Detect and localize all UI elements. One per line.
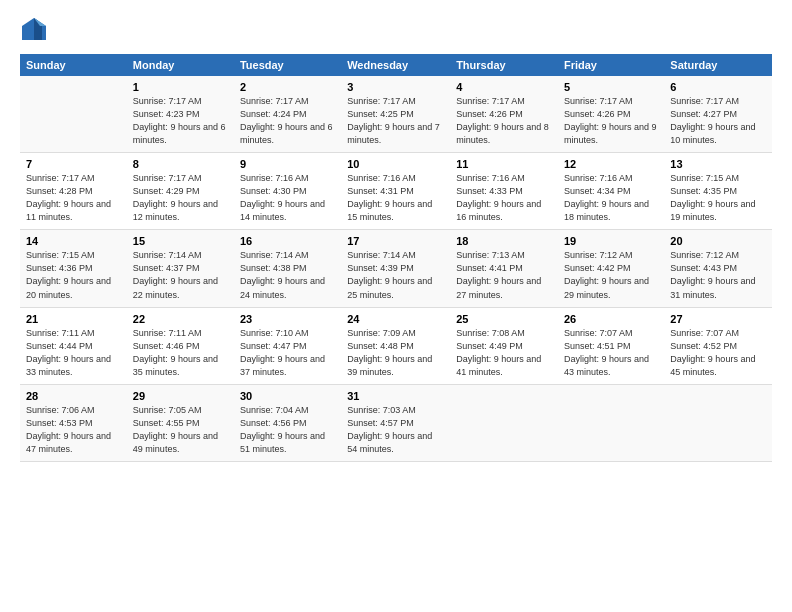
day-detail: Sunrise: 7:17 AMSunset: 4:26 PMDaylight:… [456,95,552,147]
day-cell: 23Sunrise: 7:10 AMSunset: 4:47 PMDayligh… [234,307,341,384]
weekday-wednesday: Wednesday [341,54,450,76]
day-number: 30 [240,390,335,402]
day-detail: Sunrise: 7:17 AMSunset: 4:26 PMDaylight:… [564,95,658,147]
day-number: 28 [26,390,121,402]
day-number: 2 [240,81,335,93]
day-number: 27 [670,313,766,325]
day-cell: 3Sunrise: 7:17 AMSunset: 4:25 PMDaylight… [341,76,450,153]
day-number: 9 [240,158,335,170]
day-cell: 22Sunrise: 7:11 AMSunset: 4:46 PMDayligh… [127,307,234,384]
day-detail: Sunrise: 7:05 AMSunset: 4:55 PMDaylight:… [133,404,228,456]
day-detail: Sunrise: 7:17 AMSunset: 4:23 PMDaylight:… [133,95,228,147]
day-detail: Sunrise: 7:16 AMSunset: 4:34 PMDaylight:… [564,172,658,224]
day-cell: 28Sunrise: 7:06 AMSunset: 4:53 PMDayligh… [20,384,127,461]
day-detail: Sunrise: 7:17 AMSunset: 4:25 PMDaylight:… [347,95,444,147]
day-detail: Sunrise: 7:15 AMSunset: 4:36 PMDaylight:… [26,249,121,301]
day-number: 21 [26,313,121,325]
day-number: 25 [456,313,552,325]
day-cell: 4Sunrise: 7:17 AMSunset: 4:26 PMDaylight… [450,76,558,153]
logo-icon [20,16,48,44]
weekday-thursday: Thursday [450,54,558,76]
day-number: 14 [26,235,121,247]
day-cell [20,76,127,153]
day-cell: 25Sunrise: 7:08 AMSunset: 4:49 PMDayligh… [450,307,558,384]
day-number: 16 [240,235,335,247]
day-detail: Sunrise: 7:07 AMSunset: 4:52 PMDaylight:… [670,327,766,379]
day-cell: 10Sunrise: 7:16 AMSunset: 4:31 PMDayligh… [341,153,450,230]
day-number: 1 [133,81,228,93]
day-detail: Sunrise: 7:17 AMSunset: 4:24 PMDaylight:… [240,95,335,147]
week-row-4: 21Sunrise: 7:11 AMSunset: 4:44 PMDayligh… [20,307,772,384]
day-detail: Sunrise: 7:03 AMSunset: 4:57 PMDaylight:… [347,404,444,456]
day-number: 24 [347,313,444,325]
day-cell: 14Sunrise: 7:15 AMSunset: 4:36 PMDayligh… [20,230,127,307]
day-detail: Sunrise: 7:12 AMSunset: 4:42 PMDaylight:… [564,249,658,301]
day-cell: 24Sunrise: 7:09 AMSunset: 4:48 PMDayligh… [341,307,450,384]
day-cell: 11Sunrise: 7:16 AMSunset: 4:33 PMDayligh… [450,153,558,230]
calendar-table: SundayMondayTuesdayWednesdayThursdayFrid… [20,54,772,462]
day-cell: 15Sunrise: 7:14 AMSunset: 4:37 PMDayligh… [127,230,234,307]
day-cell: 6Sunrise: 7:17 AMSunset: 4:27 PMDaylight… [664,76,772,153]
day-number: 3 [347,81,444,93]
day-number: 4 [456,81,552,93]
day-detail: Sunrise: 7:15 AMSunset: 4:35 PMDaylight:… [670,172,766,224]
day-number: 15 [133,235,228,247]
day-number: 23 [240,313,335,325]
day-number: 17 [347,235,444,247]
day-detail: Sunrise: 7:17 AMSunset: 4:28 PMDaylight:… [26,172,121,224]
logo [20,16,52,44]
day-cell: 26Sunrise: 7:07 AMSunset: 4:51 PMDayligh… [558,307,664,384]
day-cell [664,384,772,461]
week-row-3: 14Sunrise: 7:15 AMSunset: 4:36 PMDayligh… [20,230,772,307]
day-cell: 29Sunrise: 7:05 AMSunset: 4:55 PMDayligh… [127,384,234,461]
day-detail: Sunrise: 7:07 AMSunset: 4:51 PMDaylight:… [564,327,658,379]
day-number: 8 [133,158,228,170]
day-cell: 27Sunrise: 7:07 AMSunset: 4:52 PMDayligh… [664,307,772,384]
page: SundayMondayTuesdayWednesdayThursdayFrid… [0,0,792,612]
day-cell: 19Sunrise: 7:12 AMSunset: 4:42 PMDayligh… [558,230,664,307]
week-row-1: 1Sunrise: 7:17 AMSunset: 4:23 PMDaylight… [20,76,772,153]
week-row-2: 7Sunrise: 7:17 AMSunset: 4:28 PMDaylight… [20,153,772,230]
day-detail: Sunrise: 7:14 AMSunset: 4:38 PMDaylight:… [240,249,335,301]
day-cell [450,384,558,461]
day-detail: Sunrise: 7:12 AMSunset: 4:43 PMDaylight:… [670,249,766,301]
day-number: 18 [456,235,552,247]
day-number: 10 [347,158,444,170]
day-detail: Sunrise: 7:06 AMSunset: 4:53 PMDaylight:… [26,404,121,456]
day-cell: 21Sunrise: 7:11 AMSunset: 4:44 PMDayligh… [20,307,127,384]
week-row-5: 28Sunrise: 7:06 AMSunset: 4:53 PMDayligh… [20,384,772,461]
day-cell: 30Sunrise: 7:04 AMSunset: 4:56 PMDayligh… [234,384,341,461]
day-detail: Sunrise: 7:11 AMSunset: 4:44 PMDaylight:… [26,327,121,379]
day-detail: Sunrise: 7:16 AMSunset: 4:31 PMDaylight:… [347,172,444,224]
weekday-friday: Friday [558,54,664,76]
day-detail: Sunrise: 7:16 AMSunset: 4:30 PMDaylight:… [240,172,335,224]
day-cell: 9Sunrise: 7:16 AMSunset: 4:30 PMDaylight… [234,153,341,230]
day-cell: 2Sunrise: 7:17 AMSunset: 4:24 PMDaylight… [234,76,341,153]
day-cell: 17Sunrise: 7:14 AMSunset: 4:39 PMDayligh… [341,230,450,307]
day-detail: Sunrise: 7:16 AMSunset: 4:33 PMDaylight:… [456,172,552,224]
weekday-monday: Monday [127,54,234,76]
day-cell: 1Sunrise: 7:17 AMSunset: 4:23 PMDaylight… [127,76,234,153]
day-cell: 31Sunrise: 7:03 AMSunset: 4:57 PMDayligh… [341,384,450,461]
day-detail: Sunrise: 7:17 AMSunset: 4:27 PMDaylight:… [670,95,766,147]
day-cell: 18Sunrise: 7:13 AMSunset: 4:41 PMDayligh… [450,230,558,307]
day-number: 11 [456,158,552,170]
day-number: 22 [133,313,228,325]
day-number: 12 [564,158,658,170]
day-detail: Sunrise: 7:17 AMSunset: 4:29 PMDaylight:… [133,172,228,224]
day-cell: 13Sunrise: 7:15 AMSunset: 4:35 PMDayligh… [664,153,772,230]
day-cell: 20Sunrise: 7:12 AMSunset: 4:43 PMDayligh… [664,230,772,307]
day-detail: Sunrise: 7:11 AMSunset: 4:46 PMDaylight:… [133,327,228,379]
day-cell: 5Sunrise: 7:17 AMSunset: 4:26 PMDaylight… [558,76,664,153]
day-detail: Sunrise: 7:14 AMSunset: 4:39 PMDaylight:… [347,249,444,301]
day-cell: 12Sunrise: 7:16 AMSunset: 4:34 PMDayligh… [558,153,664,230]
day-cell: 7Sunrise: 7:17 AMSunset: 4:28 PMDaylight… [20,153,127,230]
day-number: 26 [564,313,658,325]
weekday-saturday: Saturday [664,54,772,76]
day-cell: 8Sunrise: 7:17 AMSunset: 4:29 PMDaylight… [127,153,234,230]
day-number: 7 [26,158,121,170]
day-cell [558,384,664,461]
day-detail: Sunrise: 7:09 AMSunset: 4:48 PMDaylight:… [347,327,444,379]
weekday-sunday: Sunday [20,54,127,76]
weekday-tuesday: Tuesday [234,54,341,76]
